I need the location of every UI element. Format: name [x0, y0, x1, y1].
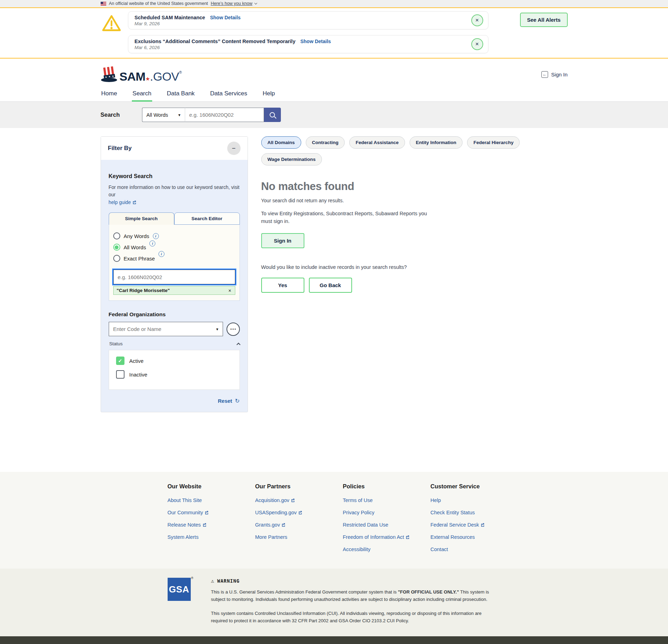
- radio-icon[interactable]: [113, 232, 120, 239]
- keyword-tab[interactable]: Search Editor: [174, 212, 240, 225]
- minus-icon: −: [232, 145, 236, 152]
- footer-link[interactable]: Acquisition.gov: [255, 497, 343, 503]
- domain-pill[interactable]: Contracting: [306, 136, 345, 149]
- footer-link[interactable]: External Resources: [431, 534, 518, 540]
- sign-in-link[interactable]: ← Sign In: [541, 71, 568, 78]
- caret-down-icon: ▾: [216, 327, 218, 332]
- logo-gov: .GOV: [150, 70, 179, 83]
- federal-orgs-select[interactable]: Enter Code or Name ▾: [109, 322, 223, 336]
- footer-link[interactable]: Accessibility: [343, 547, 431, 552]
- checkbox-icon[interactable]: ✓: [116, 370, 124, 379]
- inactive-records-question: Would you like to include inactive recor…: [261, 264, 568, 270]
- external-link-icon: [405, 535, 410, 539]
- keyword-radio-option[interactable]: Exact Phrase i: [113, 255, 235, 262]
- domain-filter-pills: All Domains Contracting Federal Assistan…: [261, 136, 568, 165]
- keyword-radio-option[interactable]: Any Words i: [113, 232, 235, 239]
- domain-pill[interactable]: All Domains: [261, 136, 301, 149]
- help-guide-link[interactable]: help guide: [109, 200, 137, 205]
- external-link-icon: [298, 510, 302, 515]
- nav-item[interactable]: Data Bank: [166, 87, 195, 101]
- status-option[interactable]: ✓ Active: [116, 357, 232, 365]
- search-icon: [270, 112, 275, 117]
- search-input[interactable]: [185, 108, 264, 122]
- keyword-tab[interactable]: Simple Search: [109, 212, 174, 225]
- collapse-filters-button[interactable]: −: [227, 142, 241, 155]
- nav-item[interactable]: Home: [101, 87, 118, 101]
- nav-item[interactable]: Help: [262, 87, 276, 101]
- nav-item[interactable]: Search: [132, 87, 152, 101]
- chip-close-icon[interactable]: ×: [228, 288, 231, 293]
- close-icon: ×: [475, 41, 479, 47]
- domain-pill[interactable]: Wage Determinations: [261, 153, 322, 165]
- footer-link[interactable]: Our Community: [168, 510, 255, 515]
- footer-link[interactable]: Help: [431, 497, 518, 503]
- info-icon[interactable]: i: [149, 240, 155, 246]
- search-mode-select[interactable]: All Words ▾: [142, 108, 185, 122]
- alert-card: Scheduled SAM Maintenance Show Details M…: [128, 11, 488, 29]
- warning-text-block: ⚠ WARNING This is a U.S. General Service…: [211, 578, 492, 624]
- status-section-toggle[interactable]: Status: [109, 341, 240, 346]
- footer-link[interactable]: About This Site: [168, 497, 255, 503]
- footer-link[interactable]: System Alerts: [168, 534, 255, 540]
- alerts-section: Scheduled SAM Maintenance Show Details M…: [0, 8, 668, 59]
- status-option[interactable]: ✓ Inactive: [116, 370, 232, 379]
- external-link-icon: [281, 523, 285, 527]
- sign-in-required-text: To view Entity Registrations, Subcontrac…: [261, 210, 433, 225]
- footer-link[interactable]: Grants.gov: [255, 522, 343, 528]
- footer-link[interactable]: Federal Service Desk: [431, 522, 518, 528]
- footer-link[interactable]: USASpending.gov: [255, 510, 343, 515]
- checkbox-label: Active: [129, 358, 144, 364]
- filter-by-title: Filter By: [108, 145, 132, 152]
- main-content: Filter By − Keyword Search For more info…: [0, 128, 668, 472]
- show-details-link[interactable]: Show Details: [210, 15, 241, 20]
- radio-icon[interactable]: [113, 244, 120, 251]
- checkbox-icon[interactable]: ✓: [116, 357, 124, 365]
- domain-pill[interactable]: Federal Assistance: [349, 136, 405, 149]
- keyword-radio-option[interactable]: All Words i: [113, 244, 235, 251]
- svg-text:★: ★: [112, 75, 114, 77]
- gsa-logo: GSA ®: [168, 578, 191, 624]
- sam-gov-logo[interactable]: ★★★ SAM★.GOV®: [101, 66, 182, 82]
- yes-button[interactable]: Yes: [261, 278, 304, 293]
- domain-pill[interactable]: Entity Information: [410, 136, 463, 149]
- alert-card: Exclusions “Additional Comments” Content…: [128, 35, 488, 53]
- info-icon[interactable]: i: [158, 251, 164, 257]
- search-button[interactable]: [264, 108, 281, 122]
- show-details-link[interactable]: Show Details: [300, 39, 331, 44]
- footer-link[interactable]: Contact: [431, 547, 518, 552]
- how-you-know-link[interactable]: Here’s how you know: [211, 1, 256, 6]
- keyword-radio-group: Any Words i All Words i: [113, 232, 235, 262]
- simple-search-panel: Any Words i All Words i: [109, 225, 240, 301]
- more-options-button[interactable]: ⋯: [227, 323, 240, 336]
- reset-icon: ↻: [235, 398, 239, 404]
- go-back-button[interactable]: Go Back: [309, 278, 352, 293]
- footer-link[interactable]: Restricted Data Use: [343, 522, 431, 528]
- uncle-sam-hat-icon: ★★★: [101, 66, 117, 82]
- keyword-input[interactable]: [113, 270, 235, 284]
- footer-column-heading: Our Partners: [255, 483, 343, 490]
- domain-pill[interactable]: Federal Hierarchy: [467, 136, 520, 149]
- alert-title: Scheduled SAM Maintenance: [135, 15, 205, 20]
- footer-column-heading: Policies: [343, 483, 431, 490]
- alert-close-button[interactable]: ×: [471, 14, 483, 26]
- reset-filters-link[interactable]: Reset ↻: [109, 398, 240, 404]
- alert-close-button[interactable]: ×: [471, 38, 483, 50]
- footer-link[interactable]: More Partners: [255, 534, 343, 540]
- nav-item[interactable]: Data Services: [209, 87, 248, 101]
- footer-link[interactable]: Release Notes: [168, 522, 255, 528]
- keyword-search-heading: Keyword Search: [109, 173, 240, 179]
- footer-link[interactable]: Freedom of Information Act: [343, 534, 431, 540]
- filter-panel: Filter By − Keyword Search For more info…: [101, 136, 248, 412]
- close-icon: ×: [475, 17, 479, 23]
- footer-link[interactable]: Check Entity Status: [431, 510, 518, 515]
- footer-links-section: Our Website About This Site Our Communit…: [0, 472, 668, 569]
- see-all-alerts-button[interactable]: See All Alerts: [520, 13, 568, 27]
- footer-link[interactable]: Privacy Policy: [343, 510, 431, 515]
- federal-orgs-placeholder: Enter Code or Name: [113, 326, 162, 332]
- warning-paragraph-2: This system contains Controlled Unclassi…: [211, 610, 492, 624]
- radio-icon[interactable]: [113, 255, 120, 262]
- footer-link[interactable]: Terms of Use: [343, 497, 431, 503]
- info-icon[interactable]: i: [153, 233, 159, 239]
- sign-in-button[interactable]: Sign In: [261, 233, 304, 248]
- footer-column: Our Website About This Site Our Communit…: [168, 483, 255, 559]
